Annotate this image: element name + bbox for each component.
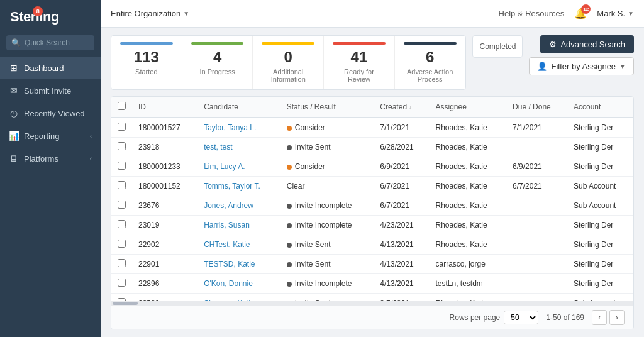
cell-id-4: 23676 xyxy=(132,196,197,215)
cell-id-1: 23918 xyxy=(132,137,197,157)
table-row[interactable]: 22902CHTest, KatieInvite Sent4/13/2021Rh… xyxy=(111,235,633,254)
stat-card-started[interactable]: 113 Started xyxy=(111,36,182,89)
cell-account-9: Sub Account xyxy=(567,293,633,301)
stat-card-in-progress[interactable]: 4 In Progress xyxy=(182,36,253,89)
stat-card-adverse-action[interactable]: 6 Adverse Action Process xyxy=(395,36,466,89)
col-header-check xyxy=(111,97,132,118)
cell-assignee-6: Rhoades, Katie xyxy=(430,235,507,254)
cell-due-done-4 xyxy=(506,196,567,215)
stat-label-ready-for-review: Ready for Review xyxy=(333,68,386,83)
row-checkbox-7[interactable] xyxy=(118,259,126,267)
sidebar-item-recently-viewed[interactable]: ◷ Recently Viewed xyxy=(0,102,101,124)
horizontal-scroll-track[interactable] xyxy=(111,301,633,306)
reporting-icon: 📊 xyxy=(9,131,19,141)
row-checkbox-6[interactable] xyxy=(118,240,126,248)
cell-candidate-6[interactable]: CHTest, Katie xyxy=(197,235,280,254)
user-menu[interactable]: Mark S. ▼ xyxy=(597,9,634,18)
status-dot-4 xyxy=(287,204,292,209)
dashboard-icon: ⊞ xyxy=(9,63,19,73)
col-header-created[interactable]: Created↓ xyxy=(374,97,429,118)
cell-due-done-2: 6/9/2021 xyxy=(506,157,567,176)
sidebar-search-container[interactable]: 🔍 xyxy=(6,35,94,50)
stat-card-ready-for-review[interactable]: 41 Ready for Review xyxy=(324,36,395,89)
org-selector[interactable]: Entire Organization ▼ xyxy=(111,9,189,18)
cell-candidate-0[interactable]: Taylor, Tanya L. xyxy=(197,118,280,138)
cell-status-7: Invite Sent xyxy=(280,254,374,273)
table-row[interactable]: 23019Harris, SusanInvite Incomplete4/23/… xyxy=(111,215,633,235)
filter-assignee-button[interactable]: 👤 Filter by Assignee ▼ xyxy=(529,57,634,75)
row-checkbox-2[interactable] xyxy=(118,162,126,170)
cell-candidate-5[interactable]: Harris, Susan xyxy=(197,215,280,235)
logo: Sterling 8 xyxy=(0,0,101,33)
topbar-right: Help & Resources 🔔 12 Mark S. ▼ xyxy=(499,8,634,19)
main-content: Entire Organization ▼ Help & Resources 🔔… xyxy=(101,0,644,337)
sidebar-item-label-submit-invite: Submit Invite xyxy=(24,86,92,96)
next-page-button[interactable]: › xyxy=(609,310,625,325)
row-checkbox-3[interactable] xyxy=(118,181,126,189)
table-row[interactable]: 1800001527Taylor, Tanya L.Consider7/1/20… xyxy=(111,118,633,138)
cell-account-7: Sterling Der xyxy=(567,254,633,273)
table-row[interactable]: 22896O'Kon, DonnieInvite Incomplete4/13/… xyxy=(111,273,633,293)
cell-id-9: 22539 xyxy=(132,293,197,301)
row-checkbox-5[interactable] xyxy=(118,220,126,228)
cell-candidate-7[interactable]: TESTSD, Katie xyxy=(197,254,280,273)
row-checkbox-4[interactable] xyxy=(118,201,126,209)
col-header-id: ID xyxy=(132,97,197,118)
help-link[interactable]: Help & Resources xyxy=(499,9,565,18)
prev-page-button[interactable]: ‹ xyxy=(592,310,607,325)
cell-candidate-8[interactable]: O'Kon, Donnie xyxy=(197,273,280,293)
cell-due-done-0: 7/1/2021 xyxy=(506,118,567,138)
cell-account-0: Sterling Der xyxy=(567,118,633,138)
cell-candidate-4[interactable]: Jones, Andrew xyxy=(197,196,280,215)
cell-candidate-3[interactable]: Tomms, Taylor T. xyxy=(197,176,280,196)
stat-bar-in-progress xyxy=(191,42,244,45)
cell-assignee-5: Rhoades, Katie xyxy=(430,215,507,235)
cell-candidate-2[interactable]: Lim, Lucy A. xyxy=(197,157,280,176)
search-icon: 🔍 xyxy=(11,38,21,47)
stat-label-adverse-action: Adverse Action Process xyxy=(404,68,457,83)
row-checkbox-0[interactable] xyxy=(118,123,126,131)
cell-id-8: 22896 xyxy=(132,273,197,293)
cell-status-9: Invite Sent xyxy=(280,293,374,301)
row-checkbox-1[interactable] xyxy=(118,142,126,150)
table-row[interactable]: 22901TESTSD, KatieInvite Sent4/13/2021ca… xyxy=(111,254,633,273)
table-row[interactable]: 1800001233Lim, Lucy A.Consider6/9/2021Rh… xyxy=(111,157,633,176)
filter-chevron-icon: ▼ xyxy=(619,63,626,70)
cell-account-2: Sterling Der xyxy=(567,157,633,176)
sidebar-item-platforms[interactable]: 🖥 Platforms ‹ xyxy=(0,147,101,170)
cell-assignee-1: Rhoades, Katie xyxy=(430,137,507,157)
table-scroll[interactable]: IDCandidateStatus / ResultCreated↓Assign… xyxy=(111,97,633,301)
table-row[interactable]: 23918test, testInvite Sent6/28/2021Rhoad… xyxy=(111,137,633,157)
stat-card-additional-info[interactable]: 0 Additional Information xyxy=(253,36,324,89)
table-row[interactable]: 1800001152Tomms, Taylor T.Clear6/7/2021R… xyxy=(111,176,633,196)
sidebar-item-submit-invite[interactable]: ✉ Submit Invite xyxy=(0,79,101,102)
row-checkbox-8[interactable] xyxy=(118,279,126,287)
filter-assignee-label: Filter by Assignee xyxy=(551,62,616,71)
cell-created-2: 6/9/2021 xyxy=(374,157,429,176)
cell-due-done-7 xyxy=(506,254,567,273)
platforms-icon: 🖥 xyxy=(9,153,19,163)
cell-created-6: 4/13/2021 xyxy=(374,235,429,254)
status-dot-0 xyxy=(287,126,292,131)
cell-candidate-9[interactable]: Simpson, Katie xyxy=(197,293,280,301)
sidebar-item-reporting[interactable]: 📊 Reporting ‹ xyxy=(0,124,101,147)
cell-status-8: Invite Incomplete xyxy=(280,273,374,293)
rows-per-page-select[interactable]: 102550100 xyxy=(504,311,538,324)
sidebar-item-dashboard[interactable]: ⊞ Dashboard xyxy=(0,57,101,79)
status-dot-8 xyxy=(287,282,292,287)
advanced-search-button[interactable]: ⚙ Advanced Search xyxy=(540,35,634,53)
table-row[interactable]: 23676Jones, AndrewInvite Incomplete6/7/2… xyxy=(111,196,633,215)
cell-candidate-1[interactable]: test, test xyxy=(197,137,280,157)
cell-account-3: Sub Account xyxy=(567,176,633,196)
table-row[interactable]: 22539Simpson, KatieInvite Sent3/5/2021Rh… xyxy=(111,293,633,301)
search-input[interactable] xyxy=(25,38,89,47)
cell-due-done-5 xyxy=(506,215,567,235)
completed-card[interactable]: Completed xyxy=(472,35,523,58)
stat-number-adverse-action: 6 xyxy=(426,48,434,67)
select-all-checkbox[interactable] xyxy=(118,102,126,110)
cell-id-6: 22902 xyxy=(132,235,197,254)
notifications-button[interactable]: 🔔 12 xyxy=(574,8,587,19)
cell-id-5: 23019 xyxy=(132,215,197,235)
cell-id-7: 22901 xyxy=(132,254,197,273)
rows-per-page-label: Rows per page xyxy=(450,313,501,322)
